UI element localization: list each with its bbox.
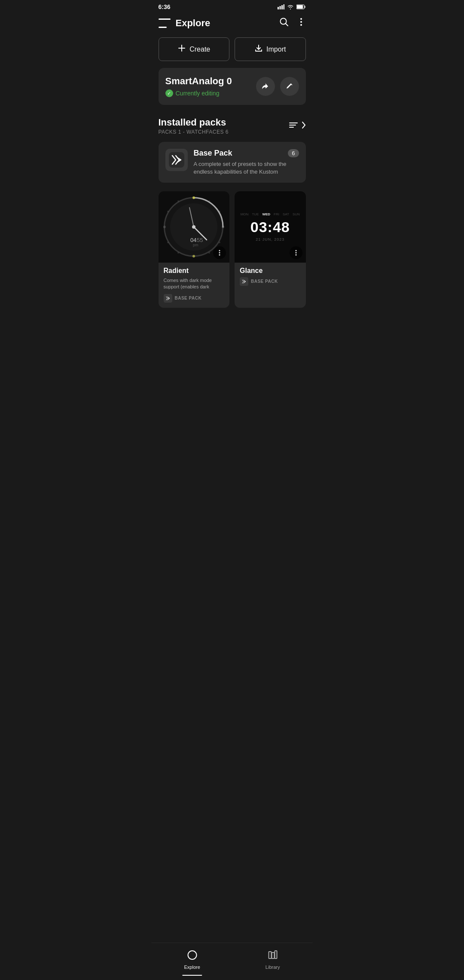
signal-icon bbox=[278, 4, 284, 9]
explore-nav-icon bbox=[187, 950, 197, 963]
svg-rect-6 bbox=[297, 5, 303, 9]
svg-rect-5 bbox=[304, 6, 305, 8]
svg-point-39 bbox=[192, 196, 195, 199]
svg-line-8 bbox=[285, 24, 287, 26]
svg-point-9 bbox=[300, 18, 302, 20]
pack-description: A complete set of presets to show the en… bbox=[194, 160, 299, 176]
glance-info: Glance BASE PACK bbox=[235, 263, 306, 291]
watch-status: ✓ Currently editing bbox=[165, 89, 256, 97]
pack-name: Base Pack bbox=[194, 149, 232, 158]
svg-point-41 bbox=[219, 250, 220, 251]
status-bar: 6:36 bbox=[152, 0, 313, 14]
svg-point-42 bbox=[219, 252, 220, 253]
svg-point-49 bbox=[188, 951, 196, 959]
svg-rect-3 bbox=[283, 4, 284, 9]
glance-date: 21 JUN, 2023 bbox=[256, 237, 284, 242]
installed-packs-header: Installed packs PACKS 1 - WATCHFACES 6 bbox=[152, 113, 313, 142]
bottom-navigation: Explore Library bbox=[152, 943, 313, 980]
glance-name: Glance bbox=[240, 267, 301, 275]
day-mon: MON bbox=[241, 212, 249, 216]
radient-pack-label: BASE PACK bbox=[175, 296, 202, 300]
day-fri: FRI bbox=[274, 212, 279, 216]
pack-logo bbox=[165, 149, 188, 171]
import-button[interactable]: Import bbox=[235, 37, 306, 61]
action-buttons-row: Create Import bbox=[152, 34, 313, 68]
svg-point-43 bbox=[219, 254, 220, 255]
installed-packs-title: Installed packs bbox=[159, 117, 289, 128]
nav-explore[interactable]: Explore bbox=[176, 948, 209, 971]
glance-options-button[interactable] bbox=[290, 246, 302, 259]
radient-info: Radient Comes with dark mode support (en… bbox=[159, 263, 230, 308]
svg-point-47 bbox=[295, 254, 296, 255]
glance-pack-icon bbox=[240, 277, 248, 286]
day-tue: TUE bbox=[252, 212, 259, 216]
svg-rect-52 bbox=[269, 952, 272, 959]
glance-days: MON TUE WED FRI SAT SUN bbox=[241, 212, 300, 216]
radient-preview: 04 55 pm bbox=[159, 191, 230, 263]
more-options-icon[interactable] bbox=[296, 17, 306, 29]
day-sun: SUN bbox=[293, 212, 300, 216]
status-check-icon: ✓ bbox=[165, 89, 173, 97]
status-icons bbox=[278, 4, 306, 9]
svg-point-35 bbox=[192, 225, 195, 229]
nav-library[interactable]: Library bbox=[257, 948, 289, 971]
import-label: Import bbox=[266, 46, 286, 53]
day-wed: WED bbox=[262, 212, 270, 216]
page-title: Explore bbox=[176, 18, 211, 29]
view-all-chevron-icon[interactable] bbox=[302, 121, 306, 131]
svg-point-10 bbox=[300, 21, 302, 23]
svg-rect-44 bbox=[165, 295, 171, 301]
svg-text:04: 04 bbox=[190, 237, 196, 243]
svg-point-40 bbox=[192, 255, 195, 257]
svg-text:pm: pm bbox=[193, 243, 198, 247]
radient-name: Radient bbox=[164, 267, 225, 275]
glance-time: 03:48 bbox=[250, 219, 290, 236]
create-icon bbox=[177, 44, 186, 55]
pack-count-badge: 6 bbox=[288, 149, 299, 157]
app-header: Explore bbox=[152, 14, 313, 34]
svg-rect-2 bbox=[281, 5, 283, 9]
radient-desc: Comes with dark mode support (enables da… bbox=[164, 277, 225, 291]
svg-rect-1 bbox=[279, 6, 281, 9]
radient-pack-icon bbox=[164, 294, 172, 303]
library-nav-label: Library bbox=[266, 965, 280, 970]
current-watch-card: SmartAnalog 0 ✓ Currently editing bbox=[159, 68, 306, 105]
status-time: 6:36 bbox=[159, 3, 171, 10]
watch-name: SmartAnalog 0 bbox=[165, 76, 256, 87]
status-label: Currently editing bbox=[176, 90, 220, 97]
svg-rect-0 bbox=[278, 7, 279, 9]
day-sat: SAT bbox=[283, 212, 289, 216]
edit-button[interactable] bbox=[280, 77, 299, 96]
kustom-small-icon bbox=[165, 295, 171, 301]
glance-pack-label: BASE PACK bbox=[251, 279, 278, 284]
create-button[interactable]: Create bbox=[159, 37, 230, 61]
explore-nav-label: Explore bbox=[184, 965, 200, 970]
import-icon bbox=[254, 44, 263, 55]
svg-rect-48 bbox=[241, 279, 247, 285]
svg-point-11 bbox=[300, 24, 302, 26]
svg-rect-18 bbox=[169, 152, 184, 168]
svg-point-46 bbox=[295, 252, 296, 253]
wifi-icon bbox=[287, 4, 294, 9]
base-pack-card[interactable]: Base Pack 6 A complete set of presets to… bbox=[159, 142, 306, 183]
glance-preview: MON TUE WED FRI SAT SUN 03:48 21 JUN, 20… bbox=[235, 191, 306, 263]
svg-rect-53 bbox=[272, 952, 275, 959]
svg-marker-51 bbox=[190, 956, 191, 957]
glance-watchface-card[interactable]: MON TUE WED FRI SAT SUN 03:48 21 JUN, 20… bbox=[235, 191, 306, 307]
search-icon[interactable] bbox=[279, 17, 289, 29]
svg-point-45 bbox=[295, 250, 296, 251]
svg-text:55: 55 bbox=[197, 237, 203, 243]
svg-marker-50 bbox=[190, 953, 194, 957]
radient-watchface-card[interactable]: 04 55 pm Radient bbox=[159, 191, 230, 307]
battery-icon bbox=[296, 4, 306, 9]
radient-options-button[interactable] bbox=[213, 246, 226, 259]
sort-icon[interactable] bbox=[289, 121, 298, 131]
library-nav-icon bbox=[268, 950, 278, 963]
menu-icon[interactable] bbox=[159, 18, 171, 28]
svg-rect-54 bbox=[275, 951, 277, 959]
watchfaces-grid: 04 55 pm Radient bbox=[152, 191, 313, 316]
share-button[interactable] bbox=[256, 77, 275, 96]
kustom-logo-icon bbox=[169, 152, 184, 168]
packs-count: PACKS 1 - WATCHFACES 6 bbox=[159, 129, 289, 135]
create-label: Create bbox=[189, 46, 210, 53]
